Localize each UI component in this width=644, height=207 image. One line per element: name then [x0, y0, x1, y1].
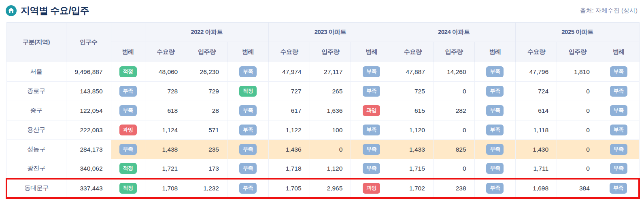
occupancy-cell: 825 [433, 140, 474, 159]
population-cell: 284,173 [66, 140, 111, 159]
legend-cell: 과잉 [111, 120, 145, 140]
legend-cell: 부족 [474, 140, 516, 159]
header-population: 인구수 [66, 23, 111, 62]
status-badge: 부족 [486, 66, 504, 77]
status-badge: 부족 [363, 86, 380, 97]
status-badge: 부족 [239, 183, 257, 194]
occupancy-cell: 384 [557, 179, 598, 198]
status-badge: 부족 [239, 66, 257, 77]
status-badge: 부족 [610, 66, 627, 77]
header-occupancy: 입주량 [310, 42, 351, 62]
header-legend: 범례 [351, 42, 392, 62]
header-demand: 수요량 [392, 42, 434, 62]
header-legend-spacer [111, 23, 145, 42]
header-legend: 범례 [598, 42, 639, 62]
status-badge: 부족 [610, 183, 627, 194]
header-year-2022: 2022 아파트 [145, 23, 268, 42]
status-badge: 부족 [119, 105, 137, 116]
occupancy-cell: 26,230 [186, 62, 227, 82]
status-badge: 적정 [239, 86, 257, 97]
legend-cell: 과잉 [351, 101, 392, 120]
status-badge: 부족 [486, 144, 504, 155]
table-row[interactable]: 성동구284,173부족1,438235부족1,4360부족1,433825부족… [6, 140, 639, 159]
occupancy-cell: 1,810 [557, 62, 598, 82]
header-legend: 범례 [111, 42, 145, 62]
occupancy-cell: 265 [310, 82, 351, 101]
legend-cell: 부족 [111, 82, 145, 101]
header-year-2025: 2025 아파트 [516, 23, 639, 42]
status-badge: 부족 [610, 144, 627, 155]
status-badge: 적정 [119, 66, 137, 77]
demand-cell: 725 [392, 82, 434, 101]
table-row[interactable]: 종로구143,850부족728729적정727265부족7250부족7240부족 [6, 82, 639, 101]
status-badge: 부족 [610, 125, 627, 135]
status-badge: 부족 [239, 105, 257, 116]
occupancy-cell: 173 [186, 159, 227, 179]
occupancy-cell: 0 [433, 82, 474, 101]
status-badge: 부족 [610, 86, 627, 97]
status-badge: 부족 [610, 163, 627, 174]
legend-cell: 부족 [111, 101, 145, 120]
legend-cell: 부족 [351, 82, 392, 101]
occupancy-cell: 1,232 [186, 179, 227, 198]
occupancy-cell: 571 [186, 120, 227, 140]
occupancy-cell: 0 [433, 159, 474, 179]
status-badge: 부족 [239, 125, 257, 135]
legend-cell: 과잉 [351, 179, 392, 198]
occupancy-cell: 0 [557, 82, 598, 101]
legend-cell: 부족 [351, 62, 392, 82]
occupancy-cell: 1,636 [310, 101, 351, 120]
occupancy-cell: 0 [557, 140, 598, 159]
demand-cell: 1,124 [145, 120, 186, 140]
occupancy-cell: 0 [557, 159, 598, 179]
table-row[interactable]: 동대문구337,443적정1,7081,232부족1,7052,965과잉1,7… [6, 179, 639, 198]
table-row[interactable]: 용산구222,083과잉1,124571부족1,122100부족1,1200부족… [6, 120, 639, 140]
occupancy-cell: 729 [186, 82, 227, 101]
population-cell: 143,850 [66, 82, 111, 101]
header-region: 구분(지역) [6, 23, 66, 62]
demand-cell: 1,718 [268, 159, 310, 179]
population-cell: 337,443 [66, 179, 111, 198]
region-demand-table: 구분(지역) 인구수 2022 아파트 2023 아파트 2024 아파트 20… [6, 22, 640, 199]
legend-cell: 부족 [227, 120, 269, 140]
demand-cell: 618 [145, 101, 186, 120]
demand-cell: 617 [268, 101, 310, 120]
status-badge: 부족 [486, 105, 504, 116]
demand-cell: 1,438 [145, 140, 186, 159]
population-cell: 122,054 [66, 101, 111, 120]
title-group: 지역별 수요/입주 [6, 4, 89, 17]
header-occupancy: 입주량 [433, 42, 474, 62]
legend-cell: 적정 [111, 179, 145, 198]
table-row[interactable]: 서울9,496,887적정48,06026,230부족47,97427,117부… [6, 62, 639, 82]
demand-cell: 1,122 [268, 120, 310, 140]
demand-cell: 1,715 [392, 159, 434, 179]
legend-cell: 부족 [598, 101, 639, 120]
header-occupancy: 입주량 [557, 42, 598, 62]
legend-cell: 부족 [227, 179, 269, 198]
table-row[interactable]: 중구122,054부족61828부족6171,636과잉615282부족6140… [6, 101, 639, 120]
demand-cell: 1,702 [392, 179, 434, 198]
header-demand: 수요량 [268, 42, 310, 62]
status-badge: 부족 [610, 105, 627, 116]
region-cell: 광진구 [6, 159, 66, 179]
legend-cell: 부족 [598, 179, 639, 198]
region-cell: 용산구 [6, 120, 66, 140]
occupancy-cell: 28 [186, 101, 227, 120]
demand-cell: 1,436 [268, 140, 310, 159]
demand-cell: 48,060 [145, 62, 186, 82]
status-badge: 적정 [119, 163, 137, 174]
demand-cell: 47,974 [268, 62, 310, 82]
status-badge: 부족 [119, 86, 137, 97]
legend-cell: 부족 [474, 62, 516, 82]
legend-cell: 적정 [227, 82, 269, 101]
table-row[interactable]: 광진구340,062적정1,721173부족1,7181,120부족1,7150… [6, 159, 639, 179]
legend-cell: 부족 [111, 140, 145, 159]
legend-cell: 부족 [598, 159, 639, 179]
legend-cell: 적정 [111, 159, 145, 179]
legend-cell: 부족 [227, 140, 269, 159]
legend-cell: 부족 [351, 120, 392, 140]
demand-cell: 727 [268, 82, 310, 101]
occupancy-cell: 282 [433, 101, 474, 120]
status-badge: 부족 [363, 144, 380, 155]
status-badge: 부족 [486, 183, 504, 194]
